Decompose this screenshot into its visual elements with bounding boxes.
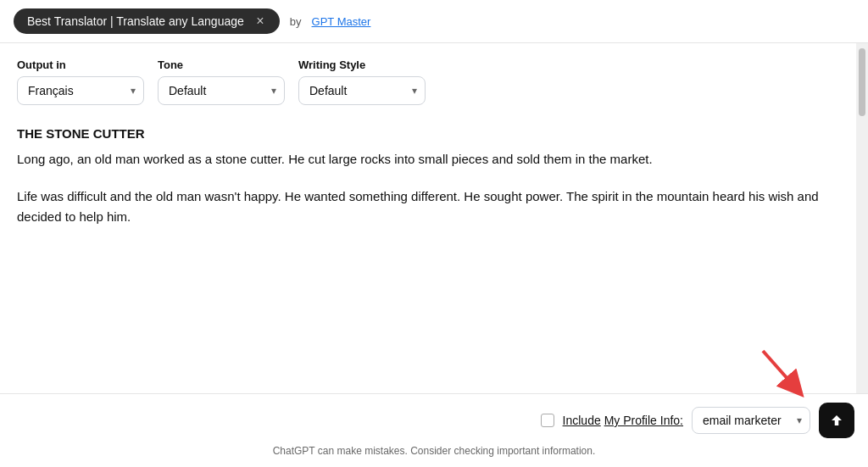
my-profile-info-link[interactable]: My Profile Info — [604, 414, 680, 427]
submit-arrow-up-icon — [829, 413, 844, 428]
output-select-wrapper: Français English Spanish German ▾ — [17, 76, 144, 105]
bottom-bar: Include My Profile Info: email marketer … — [0, 393, 868, 467]
input-row: Include My Profile Info: email marketer … — [14, 403, 854, 438]
tab-pill[interactable]: Best Translator | Translate any Language… — [14, 8, 280, 34]
output-control-group: Output in Français English Spanish Germa… — [17, 58, 144, 105]
submit-button[interactable] — [819, 403, 854, 438]
scrollbar-track[interactable] — [856, 43, 868, 393]
by-label: by — [290, 15, 302, 28]
style-select[interactable]: Default Academic Business — [298, 76, 426, 105]
arrow-container: Include My Profile Info: email marketer … — [14, 403, 854, 438]
text-content-area: THE STONE CUTTER Long ago, an old man wo… — [0, 117, 856, 393]
tab-close-button[interactable]: × — [253, 14, 268, 29]
style-control-group: Writing Style Default Academic Business … — [298, 58, 426, 105]
tone-select-wrapper: Default Formal Casual ▾ — [158, 76, 285, 105]
content-title: THE STONE CUTTER — [17, 124, 839, 144]
tone-control-group: Tone Default Formal Casual ▾ — [158, 58, 285, 105]
content-paragraph-2: Life was difficult and the old man wasn'… — [17, 186, 839, 227]
disclaimer-text: ChatGPT can make mistakes. Consider chec… — [14, 443, 854, 459]
tone-label: Tone — [158, 58, 285, 71]
tone-select[interactable]: Default Formal Casual — [158, 76, 285, 105]
style-select-wrapper: Default Academic Business ▾ — [298, 76, 426, 105]
style-label: Writing Style — [298, 58, 426, 71]
content-block-2: Life was difficult and the old man wasn'… — [17, 186, 839, 227]
content-block-1: THE STONE CUTTER Long ago, an old man wo… — [17, 124, 839, 170]
content-area: Output in Français English Spanish Germa… — [0, 43, 856, 393]
colon-text: : — [680, 414, 683, 427]
include-text: Include — [563, 414, 601, 427]
profile-dropdown-wrapper: email marketer developer designer studen… — [692, 407, 810, 434]
controls-row: Output in Français English Spanish Germa… — [0, 43, 856, 117]
main-content: Output in Français English Spanish Germa… — [0, 43, 868, 393]
profile-dropdown[interactable]: email marketer developer designer studen… — [692, 407, 810, 434]
include-profile-checkbox[interactable] — [541, 414, 554, 427]
top-bar: Best Translator | Translate any Language… — [0, 0, 868, 43]
author-link[interactable]: GPT Master — [312, 15, 371, 28]
content-paragraph-1: Long ago, an old man worked as a stone c… — [17, 149, 839, 170]
include-profile-label: Include My Profile Info: — [563, 414, 683, 427]
output-label: Output in — [17, 58, 144, 71]
scrollbar-thumb[interactable] — [859, 48, 865, 116]
tab-title: Best Translator | Translate any Language — [27, 14, 244, 28]
output-select[interactable]: Français English Spanish German — [17, 76, 144, 105]
